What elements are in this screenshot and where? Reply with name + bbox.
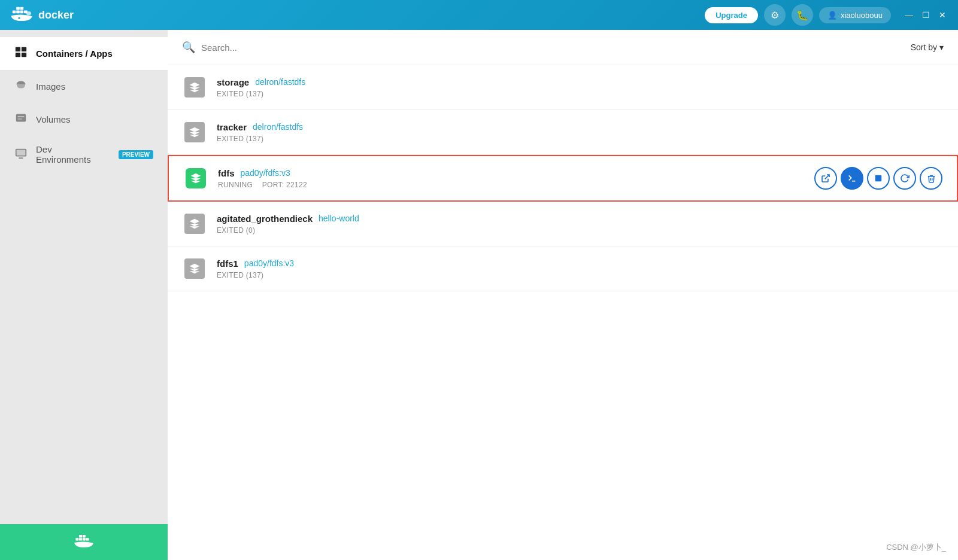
table-row[interactable]: fdfs pad0y/fdfs:v3 RUNNING PORT: 22122 <box>168 155 958 202</box>
username-label: xiaoluobouu <box>841 11 883 20</box>
container-name-row: agitated_grothendieck hello-world <box>217 214 944 224</box>
container-image[interactable]: hello-world <box>319 214 359 223</box>
container-name-row: storage delron/fastdfs <box>217 77 944 87</box>
main-layout: Containers / Apps Images <box>0 30 958 560</box>
container-status-icon <box>182 120 207 145</box>
cube-grey-icon <box>184 214 205 234</box>
container-name-row: tracker delron/fastdfs <box>217 122 944 132</box>
user-avatar-icon: 👤 <box>827 11 837 20</box>
minimize-button[interactable]: — <box>903 9 915 21</box>
restart-button[interactable] <box>893 167 916 190</box>
table-row[interactable]: fdfs1 pad0y/fdfs:v3 EXITED (137) <box>168 246 958 291</box>
sort-button[interactable]: Sort by ▾ <box>911 42 944 52</box>
svg-rect-4 <box>20 7 24 10</box>
svg-rect-10 <box>16 53 20 57</box>
svg-rect-15 <box>18 118 22 120</box>
container-status: EXITED (137) <box>217 135 944 143</box>
container-status-icon <box>182 75 207 100</box>
images-icon <box>14 78 28 95</box>
containers-icon <box>14 45 28 62</box>
container-list: storage delron/fastdfs EXITED (137) trac… <box>168 65 958 560</box>
user-button[interactable]: 👤 xiaoluobouu <box>819 7 891 23</box>
container-image[interactable]: delron/fastdfs <box>255 77 305 87</box>
container-name-row: fdfs pad0y/fdfs:v3 <box>218 168 814 178</box>
container-name: tracker <box>217 122 247 132</box>
docker-title: docker <box>38 9 74 22</box>
port-info: PORT: 22122 <box>262 181 307 189</box>
settings-button[interactable]: ⚙ <box>764 4 786 26</box>
container-status-icon <box>183 166 208 191</box>
sidebar-footer <box>0 524 168 560</box>
svg-rect-1 <box>16 10 20 13</box>
svg-rect-21 <box>83 538 86 540</box>
maximize-button[interactable]: ☐ <box>920 9 932 21</box>
svg-rect-19 <box>75 538 78 540</box>
container-info: fdfs1 pad0y/fdfs:v3 EXITED (137) <box>217 258 944 279</box>
open-browser-button[interactable] <box>814 167 837 190</box>
svg-line-25 <box>825 175 829 179</box>
container-status: EXITED (0) <box>217 226 944 235</box>
cube-grey-icon <box>184 77 205 98</box>
container-image[interactable]: delron/fastdfs <box>253 122 303 132</box>
preview-badge: PREVIEW <box>119 150 153 159</box>
search-area: 🔍 <box>182 41 911 54</box>
terminal-button[interactable] <box>841 167 863 190</box>
container-status: RUNNING PORT: 22122 <box>218 181 814 189</box>
delete-button[interactable] <box>920 167 942 190</box>
svg-rect-20 <box>79 538 82 540</box>
table-row[interactable]: agitated_grothendieck hello-world EXITED… <box>168 202 958 246</box>
sidebar-item-volumes-label: Volumes <box>36 114 71 124</box>
container-image[interactable]: pad0y/fdfs:v3 <box>241 168 290 178</box>
docker-logo: docker <box>10 7 74 23</box>
container-name: agitated_grothendieck <box>217 214 313 224</box>
titlebar-left: docker <box>10 7 74 23</box>
svg-rect-8 <box>16 47 20 51</box>
svg-point-7 <box>18 17 20 19</box>
close-button[interactable]: ✕ <box>936 9 948 21</box>
sidebar-item-images[interactable]: Images <box>0 70 168 103</box>
sidebar-nav: Containers / Apps Images <box>0 30 168 524</box>
svg-rect-17 <box>17 150 26 155</box>
search-input[interactable] <box>201 42 441 53</box>
container-status: EXITED (137) <box>217 90 944 98</box>
svg-rect-24 <box>86 538 89 540</box>
svg-rect-23 <box>83 535 86 537</box>
container-image[interactable]: pad0y/fdfs:v3 <box>244 258 294 268</box>
container-info: fdfs pad0y/fdfs:v3 RUNNING PORT: 22122 <box>218 168 814 189</box>
docker-footer-logo <box>73 534 95 550</box>
sidebar-item-dev-environments[interactable]: Dev Environments PREVIEW <box>0 136 168 173</box>
sidebar-item-dev-label: Dev Environments <box>36 144 108 165</box>
svg-rect-18 <box>19 157 23 159</box>
container-status: EXITED (137) <box>217 271 944 279</box>
svg-rect-0 <box>13 10 16 13</box>
sidebar-item-containers[interactable]: Containers / Apps <box>0 37 168 70</box>
container-name: storage <box>217 77 249 87</box>
sidebar: Containers / Apps Images <box>0 30 168 560</box>
svg-rect-11 <box>22 53 26 57</box>
svg-rect-2 <box>20 10 24 13</box>
sidebar-item-volumes[interactable]: Volumes <box>0 103 168 136</box>
docker-whale-icon <box>10 7 34 23</box>
upgrade-button[interactable]: Upgrade <box>705 7 758 23</box>
table-row[interactable]: tracker delron/fastdfs EXITED (137) <box>168 110 958 155</box>
stop-button[interactable] <box>867 167 890 190</box>
svg-rect-27 <box>875 175 882 182</box>
titlebar: docker Upgrade ⚙ 🐛 👤 xiaoluobouu — ☐ ✕ <box>0 0 958 30</box>
svg-rect-22 <box>79 535 82 537</box>
volumes-icon <box>14 111 28 127</box>
svg-rect-3 <box>16 7 20 10</box>
table-row[interactable]: storage delron/fastdfs EXITED (137) <box>168 65 958 110</box>
container-name-row: fdfs1 pad0y/fdfs:v3 <box>217 258 944 269</box>
bug-button[interactable]: 🐛 <box>792 4 813 26</box>
cube-grey-icon <box>184 122 205 142</box>
container-info: storage delron/fastdfs EXITED (137) <box>217 77 944 98</box>
action-buttons <box>814 167 942 190</box>
content-area: 🔍 Sort by ▾ storage delro <box>168 30 958 560</box>
titlebar-right: Upgrade ⚙ 🐛 👤 xiaoluobouu — ☐ ✕ <box>705 4 948 26</box>
svg-rect-13 <box>16 114 26 122</box>
container-name: fdfs <box>218 168 235 178</box>
svg-point-6 <box>26 11 31 15</box>
container-status-icon <box>182 211 207 236</box>
cube-grey-icon <box>184 258 205 279</box>
svg-rect-14 <box>18 116 25 117</box>
